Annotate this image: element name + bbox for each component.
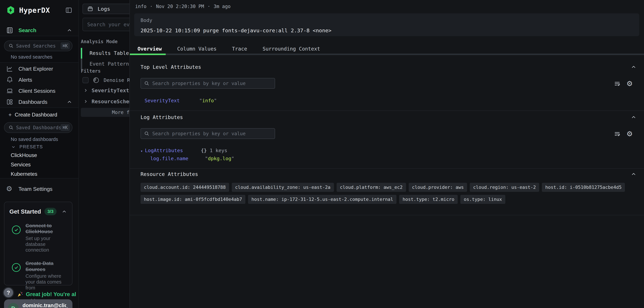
resource-badge[interactable]: os.type: linux: [460, 195, 505, 204]
task-desc: Set up your database connection: [26, 236, 67, 253]
question-mark-icon: ?: [7, 290, 10, 296]
chevron-up-icon[interactable]: [630, 171, 636, 177]
chevron-up-icon[interactable]: [630, 64, 636, 70]
section-divider: [130, 168, 644, 169]
presets-toggle[interactable]: PRESETS: [11, 144, 43, 150]
resource-badge[interactable]: host.name: ip-172-31-12-5.us-east-2.comp…: [248, 195, 396, 204]
analysis-mode-label: Analysis Mode: [81, 39, 118, 44]
laptop-icon: [6, 87, 14, 95]
get-started-card: Get Started 3/3 Connect to ClickHouse Se…: [4, 202, 72, 285]
chevron-up-icon: [66, 99, 72, 105]
gear-icon: ⚙: [6, 185, 14, 193]
sidebar-item-label: Client Sessions: [18, 88, 56, 94]
search-icon: [8, 125, 14, 130]
chart-explorer-icon: [6, 65, 14, 72]
search-nav-icon: [6, 27, 14, 34]
help-button[interactable]: ?: [3, 287, 14, 298]
section-divider: [130, 111, 644, 111]
sidebar-item-search[interactable]: Search: [0, 25, 78, 36]
tab-overview[interactable]: Overview: [130, 46, 170, 52]
top-level-search-box[interactable]: [140, 78, 275, 89]
separator-dot: ·: [208, 4, 210, 9]
get-started-header[interactable]: Get Started 3/3: [10, 208, 67, 215]
source-select-value: Logs: [98, 6, 110, 12]
sidebar-collapse-icon[interactable]: [65, 6, 72, 14]
create-dashboard-label: Create Dashboard: [15, 112, 57, 118]
avatar: D: [8, 303, 19, 308]
no-saved-searches-note: No saved searches: [11, 54, 52, 60]
resource-badge[interactable]: host.id: i-0510b81275acbe4d5: [542, 183, 625, 192]
resource-attributes-header: Resource Attributes: [140, 171, 636, 177]
get-started-progress-badge: 3/3: [44, 208, 56, 215]
user-menu[interactable]: D dominic.tran@clic... dominic.tran@clic…: [4, 299, 72, 308]
chevron-up-icon: [66, 27, 72, 33]
saved-dashboards-search[interactable]: ⌘K: [4, 122, 72, 133]
preset-kubernetes[interactable]: Kubernetes: [11, 171, 38, 177]
wrap-lines-icon[interactable]: [614, 130, 621, 138]
resource-badge[interactable]: cloud.availability_zone: us-east-2a: [232, 183, 334, 192]
sidebar-item-alerts[interactable]: Alerts: [0, 74, 78, 85]
tab-column-values[interactable]: Column Values: [170, 46, 224, 52]
chevron-right-icon: [83, 88, 88, 93]
saved-searches-search[interactable]: ⌘K: [4, 40, 72, 51]
chevron-up-icon[interactable]: [630, 114, 636, 120]
presets-label: PRESETS: [20, 144, 43, 150]
filter-group-severitytext[interactable]: SeverityText: [83, 87, 129, 93]
resource-badge[interactable]: host.type: t2.micro: [399, 195, 458, 204]
congrats-message: Great job! You're all: [17, 291, 76, 298]
attribute-value[interactable]: "info": [199, 98, 217, 103]
search-icon: [144, 81, 150, 86]
tree-collapse-caret-icon[interactable]: ▾: [140, 149, 143, 153]
resource-badge[interactable]: cloud.account.id: 244449518788: [140, 183, 229, 192]
section-title: Log Attributes: [140, 114, 183, 120]
sidebar-item-label: Search: [18, 27, 36, 33]
sidebar-item-client-sessions[interactable]: Client Sessions: [0, 85, 78, 96]
task-title: Connect to ClickHouse: [26, 223, 67, 235]
sidebar-item-label: Chart Explorer: [18, 66, 53, 72]
saved-dashboards-input[interactable]: [16, 125, 60, 130]
resource-badge[interactable]: cloud.region: us-east-2: [470, 183, 539, 192]
filter-group-label: SeverityText: [92, 87, 129, 93]
tab-trace[interactable]: Trace: [224, 46, 255, 52]
denoise-checkbox[interactable]: [82, 77, 88, 83]
wrap-lines-icon[interactable]: [614, 80, 621, 87]
tab-underline-track: [130, 54, 644, 55]
get-started-item-datasources[interactable]: Create Data Sources Configure where your…: [10, 260, 67, 291]
attribute-key[interactable]: SeverityText: [144, 98, 180, 103]
create-dashboard-button[interactable]: + Create Dashboard: [8, 112, 57, 118]
search-icon: [144, 131, 150, 137]
sidebar-item-team-settings[interactable]: ⚙ Team Settings: [0, 183, 78, 194]
sidebar-item-dashboards[interactable]: Dashboards: [0, 96, 78, 108]
chevron-right-icon: [83, 99, 88, 104]
sidebar-item-chart-explorer[interactable]: Chart Explorer: [0, 63, 78, 74]
check-circle-icon: [12, 263, 21, 272]
attribute-key[interactable]: LogAttributes: [145, 148, 183, 153]
event-header: info · Nov 20 2:20:30 PM · 3m ago: [135, 4, 230, 9]
top-level-search-input[interactable]: [152, 81, 272, 86]
separator-dot: ·: [150, 4, 152, 9]
sidebar-item-label: Dashboards: [18, 99, 48, 105]
log-attributes-search-box[interactable]: [140, 128, 275, 139]
resource-badge[interactable]: host.image.id: ami-0f5fcdfbd140e4ab7: [140, 195, 245, 204]
get-started-item-connect[interactable]: Connect to ClickHouse Set up your databa…: [10, 223, 67, 253]
bell-icon: [6, 76, 14, 84]
resource-badge[interactable]: cloud.platform: aws_ec2: [336, 183, 406, 192]
gear-icon[interactable]: ⚙: [626, 80, 633, 87]
attribute-value[interactable]: "dpkg.log": [205, 156, 234, 161]
shortcut-badge: ⌘K: [60, 124, 70, 131]
hyperdx-app: HyperDX Search ⌘K No saved searches: [0, 0, 644, 308]
user-name: dominic.tran@clic...: [22, 303, 66, 308]
preset-services[interactable]: Services: [11, 162, 31, 168]
detail-tabs: Overview Column Values Trace Surrounding…: [130, 44, 328, 54]
brand-title: HyperDX: [19, 6, 50, 14]
tab-surrounding-context[interactable]: Surrounding Context: [255, 46, 328, 52]
severity-badge: info: [135, 4, 146, 9]
section-title: Top Level Attributes: [140, 64, 201, 70]
gear-icon[interactable]: ⚙: [626, 130, 633, 138]
logs-source-icon: [87, 5, 94, 12]
attribute-key[interactable]: log.file.name: [150, 156, 188, 161]
saved-searches-input[interactable]: [16, 43, 60, 49]
log-attributes-search-input[interactable]: [152, 131, 272, 137]
preset-clickhouse[interactable]: ClickHouse: [11, 152, 37, 158]
resource-badge[interactable]: cloud.provider: aws: [409, 183, 467, 192]
